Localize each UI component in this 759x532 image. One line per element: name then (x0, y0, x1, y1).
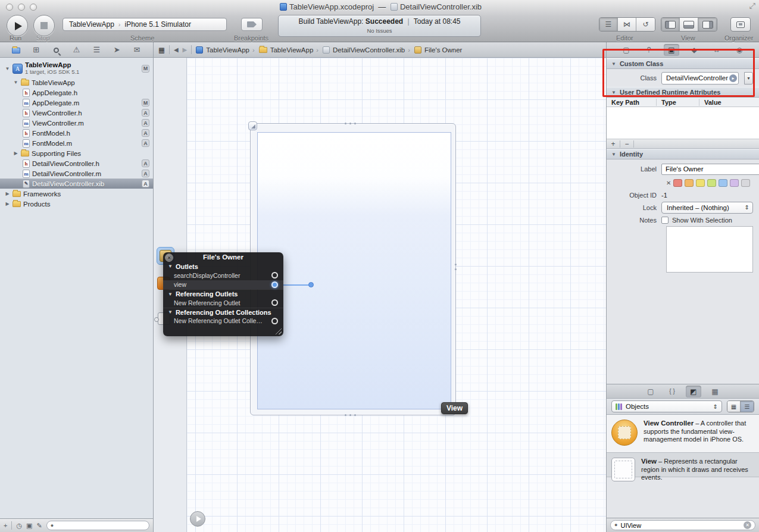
resize-handle-right[interactable] (455, 264, 457, 270)
disclosure-icon[interactable]: ▶ (13, 151, 18, 156)
library-group-dropdown[interactable]: Objects ⇕ (611, 400, 722, 412)
group-row[interactable]: ▶ Products (0, 199, 153, 209)
disclosure-icon[interactable]: ▶ (5, 201, 10, 206)
breadcrumb-project[interactable]: TableViewApp › (196, 46, 254, 54)
custom-class-section-header[interactable]: ▼ Custom Class (607, 58, 759, 69)
project-navigator-icon[interactable] (10, 45, 23, 54)
add-button[interactable]: + (4, 522, 7, 529)
close-icon[interactable]: ✕ (165, 254, 173, 262)
objects-library-tab[interactable]: ◩ (686, 386, 701, 398)
jump-to-class-icon[interactable]: ▸ (729, 74, 737, 82)
remove-attribute-button[interactable]: − (620, 140, 633, 148)
file-inspector-tab[interactable]: ▢ (619, 44, 634, 56)
runtime-attributes-section-header[interactable]: ▼ User Defined Runtime Attributes (607, 87, 759, 98)
library-search-input[interactable] (620, 522, 741, 529)
disclosure-icon[interactable]: ▼ (13, 80, 18, 85)
outlets-section-header[interactable]: ▼ Outlets (163, 262, 283, 271)
label-color-swatch[interactable] (685, 179, 694, 187)
connections-inspector-tab[interactable]: ◉ (732, 44, 747, 56)
file-row[interactable]: h DetailViewController.h A (0, 158, 153, 168)
scheme-selector[interactable]: TableViewApp › iPhone 5.1 Simulator (63, 18, 227, 31)
toggle-navigator-button[interactable] (661, 18, 680, 31)
toggle-debug-area-button[interactable] (680, 18, 698, 31)
label-color-swatch[interactable] (707, 179, 716, 187)
forward-button[interactable]: ▶ (183, 46, 188, 53)
recent-files-icon[interactable]: ◷ (16, 522, 22, 530)
connection-circle-icon[interactable] (271, 299, 278, 306)
connection-circle-icon[interactable] (271, 318, 278, 324)
run-button[interactable] (7, 15, 28, 36)
media-library-tab[interactable]: ▦ (707, 386, 723, 398)
library-item-view[interactable]: View – Represents a rectangular region i… (607, 452, 759, 477)
library-search-field[interactable]: ● ✕ (610, 520, 755, 530)
quick-help-tab[interactable]: ? (641, 44, 657, 56)
lock-popup-button[interactable]: Inherited – (Nothing) ⇕ (661, 202, 753, 214)
label-field[interactable] (661, 164, 759, 175)
scm-status-icon[interactable]: ▣ (26, 522, 32, 530)
resize-knob-icon[interactable] (248, 121, 257, 130)
identity-section-header[interactable]: ▼ Identity (607, 149, 759, 159)
new-referencing-collection-row[interactable]: New Referencing Outlet Colle… (163, 317, 283, 326)
referencing-outlets-section-header[interactable]: ▼ Referencing Outlets (163, 289, 283, 298)
code-snippets-tab[interactable]: { } (664, 386, 680, 398)
connections-hud[interactable]: ✕ File's Owner ▼ Outlets searchDisplayCo… (163, 252, 283, 336)
notes-text-area[interactable] (666, 226, 753, 273)
file-row[interactable]: m FontModel.m A (0, 138, 153, 148)
class-combo-field[interactable]: DetailViewController ▸ (661, 72, 739, 85)
related-items-icon[interactable]: ▦ (158, 46, 165, 54)
file-row[interactable]: m AppDelegate.m M (0, 98, 153, 108)
outlet-row-view[interactable]: view (163, 280, 283, 290)
clear-color-icon[interactable]: ✕ (666, 180, 671, 186)
group-row[interactable]: ▶ Supporting Files (0, 148, 153, 158)
assistant-editor-button[interactable]: ⋈ (618, 18, 636, 31)
project-row[interactable]: ▼ A TableViewApp1 target, iOS SDK 5.1 M (0, 60, 153, 77)
breadcrumb-file[interactable]: DetailViewController.xib › (323, 46, 410, 54)
issue-navigator-icon[interactable]: ⚠ (70, 45, 83, 54)
outlet-row-searchdisplaycontroller[interactable]: searchDisplayController (163, 271, 283, 280)
standard-editor-button[interactable]: ☰ (599, 18, 618, 31)
breakpoints-button[interactable] (241, 18, 263, 31)
disclosure-icon[interactable]: ▼ (5, 66, 10, 71)
label-color-swatch[interactable] (741, 179, 750, 187)
label-color-swatch[interactable] (696, 179, 705, 187)
connection-circle-icon[interactable] (271, 272, 278, 278)
log-navigator-icon[interactable]: ✉ (130, 45, 143, 54)
class-dropdown-button[interactable]: ▾ (744, 72, 753, 85)
breadcrumb-files-owner[interactable]: File's Owner (414, 46, 463, 54)
group-row[interactable]: ▶ Frameworks (0, 189, 153, 199)
file-templates-tab[interactable]: ▢ (643, 386, 658, 398)
list-view-button[interactable]: ☰ (741, 401, 754, 412)
toggle-utilities-button[interactable] (698, 18, 717, 31)
label-color-swatch[interactable] (730, 179, 739, 187)
disclosure-icon[interactable]: ▶ (5, 191, 10, 196)
symbol-navigator-icon[interactable]: ⊞ (30, 45, 43, 54)
search-navigator-icon[interactable] (50, 45, 63, 54)
file-row[interactable]: m DetailViewController.m A (0, 168, 153, 179)
breakpoint-navigator-icon[interactable]: ➤ (110, 45, 123, 54)
file-row[interactable]: h FontModel.h A (0, 128, 153, 138)
resize-grip-icon[interactable] (275, 328, 282, 334)
label-color-swatch[interactable] (673, 179, 682, 187)
new-referencing-outlet-row[interactable]: New Referencing Outlet (163, 298, 283, 308)
file-row[interactable]: h AppDelegate.h (0, 87, 153, 98)
expand-dock-button[interactable] (190, 511, 205, 527)
version-editor-button[interactable]: ↺ (636, 18, 655, 31)
filter-input[interactable] (57, 522, 145, 529)
fullscreen-icon[interactable]: ⤢ (749, 1, 755, 11)
group-row[interactable]: ▼ TableViewApp (0, 77, 153, 87)
back-button[interactable]: ◀ (174, 46, 179, 53)
file-row[interactable]: h ViewController.h A (0, 108, 153, 118)
identity-inspector-tab[interactable]: ▣ (664, 44, 679, 56)
organizer-button[interactable] (730, 17, 751, 32)
attributes-inspector-tab[interactable]: ◆ (686, 44, 702, 56)
clear-search-icon[interactable]: ✕ (744, 521, 751, 529)
label-color-swatch[interactable] (719, 179, 727, 187)
file-row-selected[interactable]: ✎ DetailViewController.xib A (0, 179, 153, 189)
detail-view[interactable] (257, 132, 451, 409)
size-inspector-tab[interactable]: ↔ (709, 44, 724, 56)
resize-handle-bottom[interactable] (345, 414, 356, 416)
debug-navigator-icon[interactable]: ☰ (90, 45, 103, 54)
interface-builder-canvas[interactable]: ✕ File's Owner ▼ Outlets searchDisplayCo… (154, 58, 606, 532)
referencing-collections-section-header[interactable]: ▼ Referencing Outlet Collections (163, 308, 283, 317)
show-with-selection-checkbox[interactable] (661, 217, 669, 224)
